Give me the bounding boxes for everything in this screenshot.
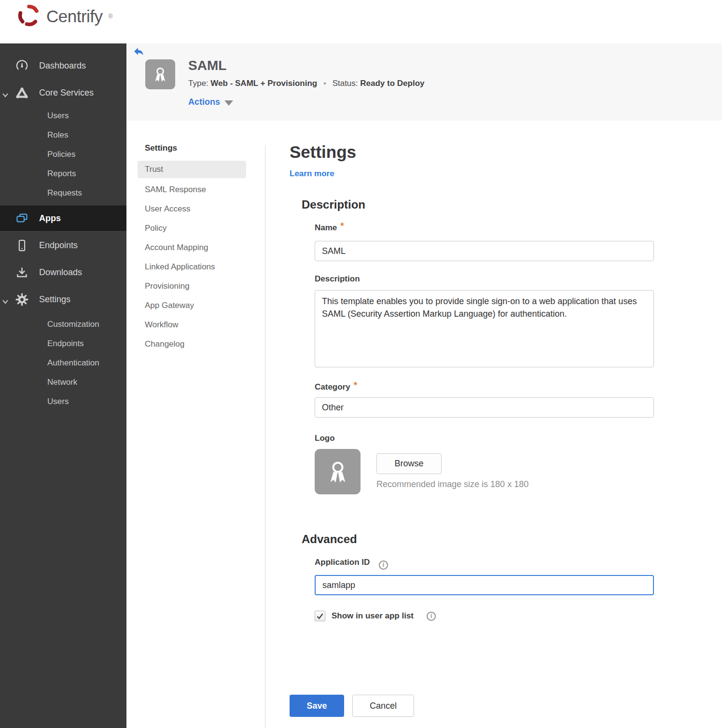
settings-subnav: Settings Trust SAML Response User Access… bbox=[138, 143, 246, 354]
centrify-logo: Centrify ® bbox=[16, 3, 112, 30]
sidebar-item-label: Core Services bbox=[39, 88, 94, 98]
subnav-item-provisioning[interactable]: Provisioning bbox=[138, 277, 246, 296]
subnav-item-app-gateway[interactable]: App Gateway bbox=[138, 296, 246, 315]
status-badge: Ready to Deploy bbox=[360, 79, 424, 88]
meta-separator: • bbox=[323, 79, 326, 88]
sidebar-item-label: Settings bbox=[39, 294, 70, 305]
type-value: Web - SAML + Provisioning bbox=[210, 79, 317, 88]
gear-icon bbox=[15, 293, 28, 306]
name-field[interactable] bbox=[315, 241, 654, 261]
sidebar-item-settings-endpoints[interactable]: Endpoints bbox=[0, 334, 126, 353]
category-field[interactable] bbox=[315, 397, 654, 418]
sidebar: Dashboards Core Services Users Roles Pol… bbox=[0, 43, 126, 728]
brand-registered-mark: ® bbox=[109, 13, 113, 20]
sidebar-item-reports[interactable]: Reports bbox=[0, 164, 126, 183]
sidebar-item-policies[interactable]: Policies bbox=[0, 145, 126, 164]
sidebar-item-downloads[interactable]: Downloads bbox=[0, 259, 126, 286]
subnav-item-user-access[interactable]: User Access bbox=[138, 199, 246, 219]
sidebar-item-settings-users[interactable]: Users bbox=[0, 392, 126, 411]
ribbon-icon bbox=[324, 458, 351, 485]
app-title: SAML bbox=[188, 58, 226, 73]
save-button[interactable]: Save bbox=[290, 695, 344, 717]
required-asterisk: * bbox=[354, 380, 357, 390]
advanced-section-heading: Advanced bbox=[302, 532, 357, 546]
logo-size-hint: Recommended image size is 180 x 180 bbox=[376, 479, 528, 490]
back-arrow-icon[interactable] bbox=[133, 47, 144, 56]
sidebar-item-dashboards[interactable]: Dashboards bbox=[0, 52, 126, 79]
chevron-down-icon bbox=[2, 90, 10, 96]
form-actions: Save Cancel bbox=[290, 695, 414, 717]
download-icon bbox=[15, 266, 28, 279]
required-asterisk: * bbox=[340, 221, 344, 231]
checkmark-icon bbox=[316, 612, 324, 620]
dropdown-triangle-icon bbox=[224, 100, 233, 106]
page-title: Settings bbox=[290, 142, 356, 162]
sidebar-item-requests[interactable]: Requests bbox=[0, 183, 126, 203]
subnav-item-linked-applications[interactable]: Linked Applications bbox=[138, 257, 246, 277]
description-field[interactable]: This template enables you to provide sin… bbox=[315, 290, 654, 367]
description-label: Description bbox=[315, 274, 360, 284]
logo-label: Logo bbox=[315, 434, 335, 443]
content-area: Settings Trust SAML Response User Access… bbox=[126, 121, 722, 728]
subnav-header: Settings bbox=[138, 143, 246, 153]
info-icon[interactable]: i bbox=[427, 612, 436, 621]
gauge-icon bbox=[15, 59, 28, 72]
subnav-item-saml-response[interactable]: SAML Response bbox=[138, 180, 246, 199]
subnav-item-changelog[interactable]: Changelog bbox=[138, 335, 246, 354]
subnav-item-account-mapping[interactable]: Account Mapping bbox=[138, 238, 246, 257]
application-id-label: Application ID i bbox=[315, 558, 388, 570]
cancel-button[interactable]: Cancel bbox=[352, 695, 414, 717]
actions-label: Actions bbox=[188, 97, 220, 107]
vertical-divider bbox=[265, 145, 265, 728]
sidebar-item-label: Endpoints bbox=[39, 240, 78, 251]
browse-button[interactable]: Browse bbox=[376, 453, 442, 474]
application-id-field[interactable] bbox=[315, 575, 654, 595]
sidebar-item-apps[interactable]: Apps bbox=[0, 206, 126, 231]
brand-name: Centrify bbox=[46, 7, 103, 26]
chevron-down-icon bbox=[2, 296, 10, 302]
actions-dropdown[interactable]: Actions bbox=[188, 97, 233, 107]
app-header: SAML Type: Web - SAML + Provisioning • S… bbox=[126, 43, 722, 121]
show-in-user-app-list-label: Show in user app list bbox=[332, 611, 414, 621]
logo-preview bbox=[315, 449, 361, 494]
centrify-swirl-icon bbox=[16, 3, 42, 30]
description-section-heading: Description bbox=[302, 198, 365, 211]
type-label: Type: bbox=[188, 79, 208, 88]
app-meta-line: Type: Web - SAML + Provisioning • Status… bbox=[188, 79, 424, 88]
status-label: Status: bbox=[333, 79, 358, 88]
app-logo-thumbnail bbox=[145, 59, 175, 89]
category-label: Category* bbox=[315, 381, 357, 392]
sidebar-item-core-services[interactable]: Core Services bbox=[0, 79, 126, 106]
sidebar-item-customization[interactable]: Customization bbox=[0, 315, 126, 334]
sidebar-item-roles[interactable]: Roles bbox=[0, 126, 126, 145]
sidebar-item-label: Apps bbox=[39, 213, 61, 224]
show-in-user-app-list-row: Show in user app list i bbox=[315, 611, 436, 621]
learn-more-link[interactable]: Learn more bbox=[290, 169, 334, 179]
sidebar-item-settings[interactable]: Settings bbox=[0, 286, 126, 313]
subnav-item-trust[interactable]: Trust bbox=[138, 161, 246, 178]
info-icon[interactable]: i bbox=[379, 560, 388, 570]
name-label: Name* bbox=[315, 222, 344, 233]
core-services-icon bbox=[15, 86, 28, 99]
subnav-item-workflow[interactable]: Workflow bbox=[138, 315, 246, 335]
show-in-user-app-list-checkbox[interactable] bbox=[315, 611, 325, 621]
apps-icon bbox=[15, 212, 28, 225]
sidebar-item-endpoints[interactable]: Endpoints bbox=[0, 232, 126, 259]
ribbon-icon bbox=[151, 65, 169, 84]
top-bar: Centrify ® bbox=[0, 0, 722, 43]
sidebar-item-network[interactable]: Network bbox=[0, 373, 126, 392]
sidebar-item-authentication[interactable]: Authentication bbox=[0, 353, 126, 373]
sidebar-item-label: Downloads bbox=[39, 267, 82, 278]
subnav-item-policy[interactable]: Policy bbox=[138, 219, 246, 238]
sidebar-item-label: Dashboards bbox=[39, 61, 86, 71]
sidebar-item-users[interactable]: Users bbox=[0, 106, 126, 126]
endpoint-icon bbox=[15, 239, 28, 252]
